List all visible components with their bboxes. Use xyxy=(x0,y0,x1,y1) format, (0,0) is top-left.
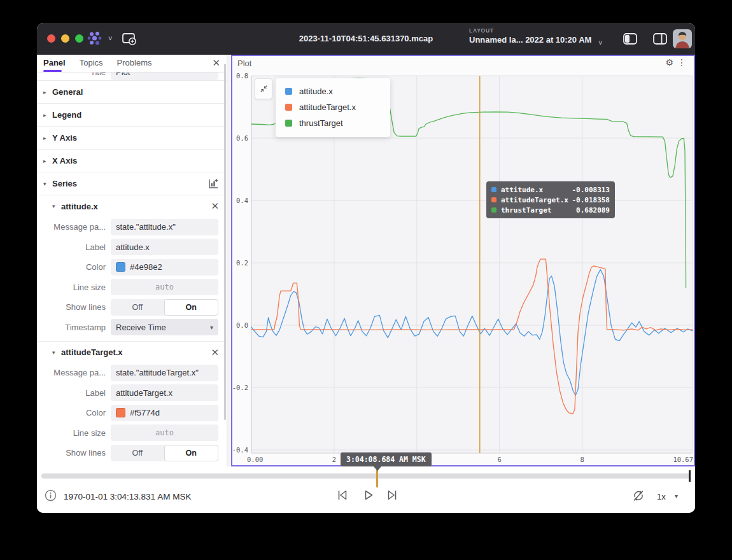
caret-right-icon: ▸ xyxy=(43,158,52,164)
section-series[interactable]: ▾ Series xyxy=(37,172,227,195)
tab-topics[interactable]: Topics xyxy=(80,55,103,71)
plot-panel-header: Plot ⚙ ⋮ xyxy=(232,56,694,70)
legend-item-thrustTarget[interactable]: thrustTarget xyxy=(276,115,390,131)
legend-item-attitudeTarget.x[interactable]: attitudeTarget.x xyxy=(276,99,390,115)
series-color-swatch xyxy=(491,187,496,192)
loop-off-icon[interactable] xyxy=(632,489,645,505)
tooltip-row-attitudeTarget.x: attitudeTarget.x-0.018358 xyxy=(491,195,610,205)
show-lines-toggle[interactable]: OffOn xyxy=(111,299,218,316)
series-color-swatch[interactable] xyxy=(285,104,292,111)
field-input[interactable]: state."attitudeTarget.x" xyxy=(111,365,218,381)
title-setting-row-clipped: Title Plot xyxy=(37,73,227,81)
app-menu-chevron-icon[interactable]: ˅ xyxy=(108,34,112,42)
layout-selector[interactable]: LAYOUT Unnamed la... 2022 at 10:20 AM xyxy=(469,27,591,45)
section-y-axis[interactable]: ▸ Y Axis xyxy=(37,127,227,150)
svg-text:0.0: 0.0 xyxy=(236,321,248,329)
field-row-showlines: Show linesOffOn xyxy=(37,443,227,463)
tab-panel[interactable]: Panel xyxy=(43,55,66,71)
series-header-attitude.x[interactable]: ▾attitude.x✕ xyxy=(37,195,227,217)
field-input[interactable]: attitude.x xyxy=(111,239,218,255)
playback-speed[interactable]: 1x xyxy=(657,492,666,501)
segment-option-off[interactable]: Off xyxy=(111,299,164,316)
kebab-menu-icon[interactable]: ⋮ xyxy=(677,57,686,67)
title-setting-input[interactable]: Plot xyxy=(111,73,218,80)
seek-bar[interactable] xyxy=(41,473,691,479)
left-sidebar-toggle-icon[interactable] xyxy=(623,32,638,48)
field-input[interactable]: #4e98e2 xyxy=(111,259,218,276)
field-input[interactable]: attitudeTarget.x xyxy=(111,384,218,401)
playback-timestamp: 1970-01-01 3:04:13.831 AM MSK xyxy=(64,492,191,501)
titlebar: ˅ 2023-11-10T04:51:45.631370.mcap LAYOUT… xyxy=(37,23,695,55)
seek-forward-button[interactable] xyxy=(386,489,398,504)
main-area: Panel Topics Problems ✕ Title Plot ▸ Gen… xyxy=(37,55,695,466)
section-legend[interactable]: ▸ Legend xyxy=(37,104,227,127)
svg-text:2: 2 xyxy=(332,456,336,463)
section-general[interactable]: ▸ General xyxy=(37,81,227,104)
user-avatar[interactable] xyxy=(673,29,692,48)
color-swatch[interactable] xyxy=(116,408,125,417)
caret-down-icon: ▾ xyxy=(52,203,61,209)
series-color-swatch[interactable] xyxy=(285,120,292,127)
tooltip-row-thrustTarget: thrustTarget0.682089 xyxy=(491,205,610,215)
legend-collapse-button[interactable] xyxy=(255,78,272,99)
maximize-window-button[interactable] xyxy=(75,34,83,43)
sidebar-scrollbar[interactable] xyxy=(224,64,226,420)
field-label: Show lines xyxy=(37,448,111,458)
panel-settings-list: Title Plot ▸ General ▸ Legend ▸ Y Axis xyxy=(37,73,227,466)
remove-series-icon[interactable]: ✕ xyxy=(211,347,219,358)
playhead-marker[interactable] xyxy=(689,470,691,482)
legend-item-attitude.x[interactable]: attitude.x xyxy=(276,83,390,99)
field-input[interactable]: #f5774d xyxy=(111,405,218,421)
svg-text:0.6: 0.6 xyxy=(236,134,248,142)
section-x-axis[interactable]: ▸ X Axis xyxy=(37,150,227,172)
field-input[interactable]: auto xyxy=(111,279,218,295)
right-sidebar-toggle-icon[interactable] xyxy=(652,32,668,48)
segment-option-on[interactable]: On xyxy=(164,299,219,316)
plot-panel: 0.80.60.40.20.0-0.2-0.40.00246810.67 Plo… xyxy=(231,55,695,466)
field-row-timestamp: TimestampReceive Time▾ xyxy=(37,318,227,338)
field-input[interactable]: state."attitude.x" xyxy=(111,219,218,235)
seek-hover-marker xyxy=(376,470,378,487)
gear-icon[interactable]: ⚙ xyxy=(665,57,673,67)
field-label: Show lines xyxy=(37,302,111,312)
layout-chevron-icon[interactable]: ˅ xyxy=(598,39,602,46)
chevron-down-icon: ▾ xyxy=(210,324,213,331)
speed-chevron-icon[interactable]: ▾ xyxy=(675,493,678,500)
field-row-messagepa: Message pa...state."attitude.x" xyxy=(37,217,227,237)
segment-option-off[interactable]: Off xyxy=(111,445,164,461)
field-label: Label xyxy=(37,388,111,398)
title-setting-label: Title xyxy=(37,73,111,77)
field-label: Timestamp xyxy=(37,323,111,332)
add-series-icon[interactable] xyxy=(208,178,219,192)
field-label: Line size xyxy=(37,428,111,438)
layout-caption: LAYOUT xyxy=(469,27,591,34)
field-label: Color xyxy=(37,262,111,272)
series-color-swatch xyxy=(491,197,496,202)
field-label: Message pa... xyxy=(37,222,111,232)
playback-bar: 1970-01-01 3:04:13.831 AM MSK xyxy=(37,466,695,513)
color-swatch[interactable] xyxy=(116,262,125,272)
field-input[interactable]: auto xyxy=(111,424,218,441)
minimize-window-button[interactable] xyxy=(61,34,69,43)
play-button[interactable] xyxy=(362,489,375,504)
seek-backward-button[interactable] xyxy=(336,489,349,504)
sidebar-close-icon[interactable]: ✕ xyxy=(212,57,220,69)
segment-option-on[interactable]: On xyxy=(164,445,219,461)
info-icon[interactable] xyxy=(45,489,57,504)
close-window-button[interactable] xyxy=(47,34,55,43)
svg-text:0.4: 0.4 xyxy=(236,197,248,204)
timestamp-dropdown[interactable]: Receive Time▾ xyxy=(111,319,218,335)
caret-down-icon: ▾ xyxy=(43,181,52,187)
series-header-attitudeTarget.x[interactable]: ▾attitudeTarget.x✕ xyxy=(37,341,227,363)
tab-problems[interactable]: Problems xyxy=(117,55,152,71)
chart-hover-tooltip: attitude.x-0.008313attitudeTarget.x-0.01… xyxy=(486,181,615,218)
series-color-swatch[interactable] xyxy=(285,88,292,95)
svg-text:0.2: 0.2 xyxy=(236,259,248,267)
seek-time-tooltip: 3:04:08.684 AM MSK xyxy=(341,452,432,466)
field-row-linesize: Line sizeauto xyxy=(37,277,227,298)
add-panel-icon[interactable] xyxy=(121,31,137,49)
remove-series-icon[interactable]: ✕ xyxy=(211,200,219,212)
app-window: ˅ 2023-11-10T04:51:45.631370.mcap LAYOUT… xyxy=(37,23,695,513)
data-source-title[interactable]: 2023-11-10T04:51:45.631370.mcap xyxy=(299,34,433,43)
show-lines-toggle[interactable]: OffOn xyxy=(111,445,218,461)
